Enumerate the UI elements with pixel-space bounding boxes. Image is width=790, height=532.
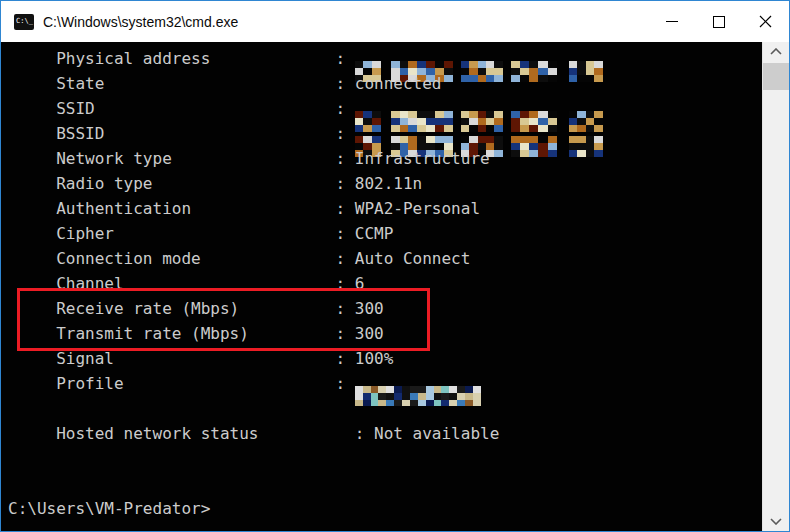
row-value: Not available	[374, 424, 499, 443]
terminal-row: Cipher : CCMP	[8, 221, 762, 246]
terminal-row: Signal : 100%	[8, 346, 762, 371]
terminal-row: Hosted network status : Not available	[8, 421, 762, 446]
close-button[interactable]	[742, 1, 789, 42]
row-label: Receive rate (Mbps) :	[8, 299, 355, 318]
row-value: connected	[355, 74, 442, 93]
row-label: Connection mode :	[8, 249, 355, 268]
row-label: Profile :	[8, 374, 355, 393]
window-title: C:\Windows\system32\cmd.exe	[43, 14, 238, 30]
terminal-row: Network type : Infrastructure	[8, 146, 762, 171]
row-value: Infrastructure	[355, 149, 490, 168]
cmd-icon: C:\_	[14, 14, 34, 30]
row-label: Channel :	[8, 274, 355, 293]
row-label: Hosted network status :	[8, 424, 374, 443]
window-controls	[648, 1, 789, 42]
minimize-icon	[666, 21, 678, 22]
terminal-row: Radio type : 802.11n	[8, 171, 762, 196]
row-label: Physical address :	[8, 49, 355, 68]
terminal-row: SSID :	[8, 96, 762, 121]
row-label: Cipher :	[8, 224, 355, 243]
terminal-row: Connection mode : Auto Connect	[8, 246, 762, 271]
scrollbar-thumb[interactable]	[763, 63, 789, 90]
row-label: Signal :	[8, 349, 355, 368]
row-label: State :	[8, 74, 355, 93]
row-label: SSID :	[8, 99, 355, 118]
terminal-row: State : connected	[8, 71, 762, 96]
maximize-icon	[713, 16, 725, 28]
terminal-output: Physical address : State : connected SSI…	[8, 46, 762, 496]
minimize-button[interactable]	[648, 1, 695, 42]
terminal-row: Profile :	[8, 371, 762, 396]
terminal-row: Transmit rate (Mbps) : 300	[8, 321, 762, 346]
close-icon	[759, 15, 772, 28]
row-value: 100%	[355, 349, 394, 368]
redacted-value	[355, 386, 481, 406]
maximize-button[interactable]	[695, 1, 742, 42]
terminal-row: Authentication : WPA2-Personal	[8, 196, 762, 221]
terminal-content-area: Physical address : State : connected SSI…	[1, 42, 789, 531]
scroll-up-button[interactable]	[763, 42, 789, 61]
scroll-down-button[interactable]	[763, 512, 789, 531]
cmd-icon-glyph: C:\_	[16, 18, 33, 25]
terminal-row: BSSID :	[8, 121, 762, 146]
chevron-down-icon	[770, 518, 782, 525]
row-value: 802.11n	[355, 174, 422, 193]
cmd-window: C:\_ C:\Windows\system32\cmd.exe Physica…	[0, 0, 790, 532]
row-value: Auto Connect	[355, 249, 471, 268]
terminal-row: Channel : 6	[8, 271, 762, 296]
row-value: CCMP	[355, 224, 394, 243]
row-label: Authentication :	[8, 199, 355, 218]
scrollbar-track[interactable]	[763, 61, 789, 512]
row-value: 300	[355, 299, 384, 318]
terminal-blank-row	[8, 471, 762, 496]
row-label: Network type :	[8, 149, 355, 168]
terminal-row: Receive rate (Mbps) : 300	[8, 296, 762, 321]
chevron-up-icon	[770, 48, 782, 55]
row-value: WPA2-Personal	[355, 199, 480, 218]
terminal[interactable]: Physical address : State : connected SSI…	[1, 42, 762, 531]
row-label: BSSID :	[8, 124, 355, 143]
terminal-row: Physical address :	[8, 46, 762, 71]
command-prompt[interactable]: C:\Users\VM-Predator>	[8, 496, 762, 521]
row-value: 6	[355, 274, 365, 293]
row-value: 300	[355, 324, 384, 343]
scrollbar[interactable]	[762, 42, 789, 531]
terminal-blank-row	[8, 446, 762, 471]
title-bar[interactable]: C:\_ C:\Windows\system32\cmd.exe	[1, 1, 789, 42]
row-label: Radio type :	[8, 174, 355, 193]
row-label: Transmit rate (Mbps) :	[8, 324, 355, 343]
